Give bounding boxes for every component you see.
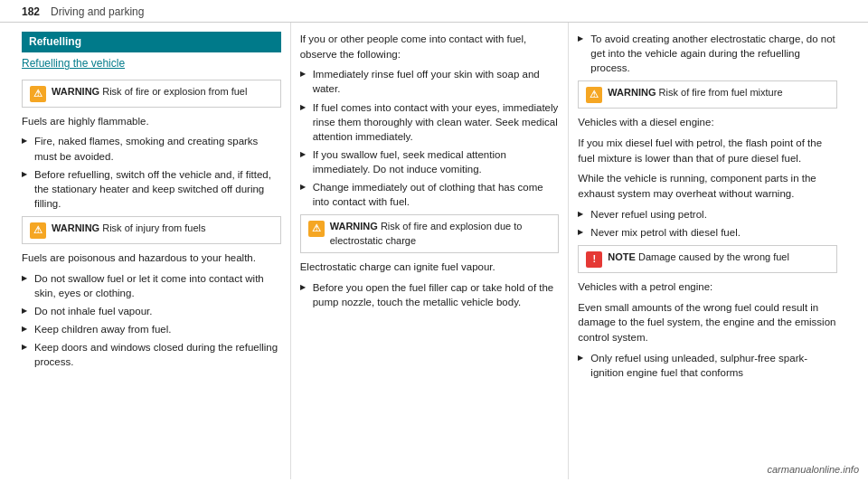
list-item: Immediately rinse fuel off your skin wit… [300,67,560,96]
warning-box-fire-explosion: ⚠ WARNING Risk of fire or explosion from… [22,80,281,108]
bullets-diesel: Never refuel using petrol. Never mix pet… [578,207,837,240]
section-link-refuelling[interactable]: Refuelling the vehicle [22,56,281,71]
list-item: If fuel comes into contact with your eye… [300,100,560,144]
list-item: Before you open the fuel filler cap or t… [300,280,560,309]
para-flammable: Fuels are highly flammable. [22,114,281,129]
note-box-wrong-fuel: ! NOTE Damage caused by the wrong fuel [578,245,837,273]
warning-box-electrostatic: ⚠ WARNING Risk of fire and explosion due… [300,214,560,253]
list-item: Keep doors and windows closed during the… [22,340,281,369]
warning-text-2: WARNING Risk of injury from fuels [52,222,206,235]
warning-text-3: WARNING Risk of fire and explosion due t… [330,220,552,248]
list-item: Never mix petrol with diesel fuel. [578,225,837,240]
warning-icon-4: ⚠ [586,87,602,103]
list-item: Never refuel using petrol. [578,207,837,222]
warning-text-1: WARNING Risk of fire or explosion from f… [52,85,247,99]
para-electrostatic: Electrostatic charge can ignite fuel vap… [300,260,560,275]
page-title: Driving and parking [51,5,144,18]
bullets-contact: Immediately rinse fuel off your skin wit… [300,67,560,209]
warning-icon-2: ⚠ [30,222,46,239]
list-item: Change immediately out of clothing that … [300,180,560,209]
list-item: Do not inhale fuel vapour. [22,304,281,318]
list-item: Fire, naked flames, smoking and creating… [22,134,281,163]
para-mix-flash: If you mix diesel fuel with petrol, the … [578,136,837,165]
list-item: Do not swallow fuel or let it come into … [22,271,281,300]
page-header: 182 Driving and parking [0,0,868,23]
column-1: Refuelling Refuelling the vehicle ⚠ WARN… [22,23,291,479]
bullets-petrol: Only refuel using unleaded, sulphur-free… [578,351,837,380]
note-icon: ! [586,251,602,268]
column-2: If you or other people come into contact… [300,23,570,479]
section-bar-refuelling: Refuelling [22,32,281,52]
list-item: To avoid creating another electrostatic … [578,32,837,75]
bullets-fire: Fire, naked flames, smoking and creating… [22,134,281,210]
watermark: carmanualonline.info [767,464,859,475]
list-item: Keep children away from fuel. [22,322,281,336]
content-area: Refuelling Refuelling the vehicle ⚠ WARN… [0,23,868,479]
para-petrol-engine: Vehicles with a petrol engine: [578,279,837,295]
bullets-injury: Do not swallow fuel or let it come into … [22,271,281,370]
note-text: NOTE Damage caused by the wrong fuel [608,250,789,264]
column-3: To avoid creating another electrostatic … [578,23,846,479]
warning-box-injury: ⚠ WARNING Risk of injury from fuels [22,216,281,244]
para-exhaust: While the vehicle is running, component … [578,171,837,201]
para-wrong-fuel-damage: Even small amounts of the wrong fuel cou… [578,300,837,345]
bullets-avoid: To avoid creating another electrostatic … [578,32,837,75]
warning-icon-3: ⚠ [308,221,325,237]
bullets-electrostatic: Before you open the fuel filler cap or t… [300,280,560,309]
para-contact-intro: If you or other people come into contact… [300,32,560,61]
para-diesel-engine: Vehicles with a diesel engine: [578,115,837,130]
warning-icon-1: ⚠ [30,86,46,102]
list-item: Only refuel using unleaded, sulphur-free… [578,351,837,380]
warning-box-fuel-mixture: ⚠ WARNING Risk of fire from fuel mixture [578,80,837,109]
list-item: If you swallow fuel, seek medical attent… [300,147,560,176]
list-item: Before refuelling, switch off the vehicl… [22,167,281,211]
warning-text-4: WARNING Risk of fire from fuel mixture [608,86,782,99]
page-number: 182 [22,5,40,18]
para-poisonous: Fuels are poisonous and hazardous to you… [22,250,281,266]
